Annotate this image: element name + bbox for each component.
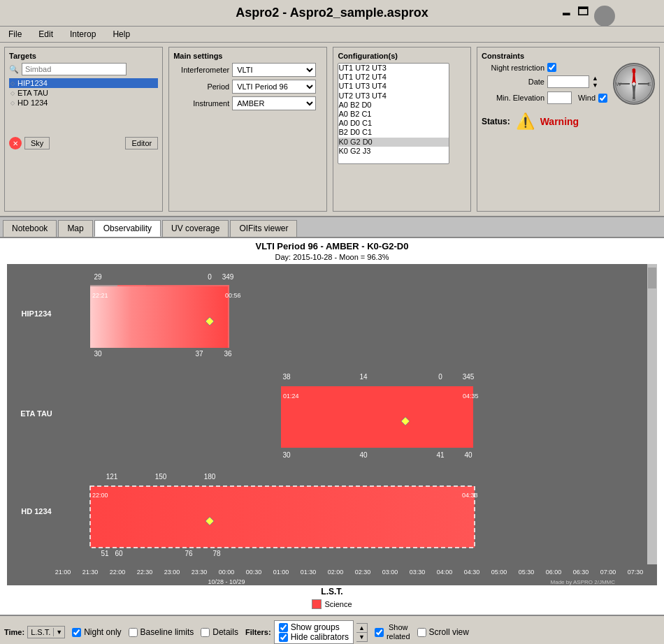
hide-calibrators-checkbox[interactable]: [279, 633, 288, 642]
svg-text:30: 30: [282, 451, 291, 459]
svg-text:22:21: 22:21: [92, 292, 108, 299]
configuration-list[interactable]: UT1 UT2 UT3 UT1 UT2 UT4 UT1 UT3 UT4 UT2 …: [338, 63, 449, 164]
details-checkbox[interactable]: [201, 628, 210, 637]
svg-text:02:30: 02:30: [355, 569, 371, 576]
tab-oifits-viewer[interactable]: OIFits viewer: [230, 220, 297, 237]
svg-text:22:00: 22:00: [110, 569, 126, 576]
period-select[interactable]: VLTI Period 96: [232, 80, 316, 94]
simbad-search-input[interactable]: [22, 63, 127, 75]
maximize-icon[interactable]: 🗖: [577, 6, 589, 27]
svg-text:06:00: 06:00: [546, 569, 562, 576]
minimize-icon[interactable]: 🗕: [561, 6, 572, 27]
svg-text:00:56: 00:56: [225, 292, 241, 299]
svg-text:01:24: 01:24: [283, 393, 299, 400]
sky-button[interactable]: Sky: [24, 137, 50, 149]
svg-rect-104: [647, 264, 657, 564]
svg-text:14: 14: [359, 373, 368, 381]
min-elevation-input[interactable]: 30: [547, 92, 572, 104]
filters-label: Filters:: [245, 628, 271, 636]
instrument-label: Instrument: [173, 99, 229, 108]
tab-observability[interactable]: Observability: [94, 220, 161, 237]
science-legend-box: [312, 599, 322, 609]
targets-label: Targets: [9, 52, 158, 60]
svg-text:21:30: 21:30: [82, 569, 99, 576]
menu-interop[interactable]: Interop: [67, 28, 99, 41]
svg-text:150: 150: [155, 473, 167, 481]
compass: N S W E: [613, 63, 655, 105]
tab-map[interactable]: Map: [58, 220, 92, 237]
svg-text:HD 1234: HD 1234: [21, 507, 52, 515]
target-item-hip1234[interactable]: ◇ HIP1234: [9, 78, 158, 88]
night-restriction-checkbox[interactable]: [547, 63, 556, 72]
baseline-limits-checkbox[interactable]: [129, 628, 138, 637]
show-related-checkbox[interactable]: [375, 628, 384, 637]
show-groups-row: Show groups: [279, 622, 349, 632]
min-elevation-label: Min. Elevation: [482, 94, 544, 102]
user-icon[interactable]: [594, 6, 615, 27]
filters-scroll-down[interactable]: ▼: [356, 633, 367, 641]
configurations-label: Configuration(s): [338, 52, 466, 60]
night-only-label: Night only: [84, 627, 121, 637]
target-name-hip1234: HIP1234: [17, 79, 48, 87]
observability-chart: HIP1234 ETA TAU HD 1234: [7, 264, 657, 585]
svg-text:345: 345: [463, 373, 475, 381]
svg-text:ETA TAU: ETA TAU: [20, 409, 52, 418]
scroll-view-checkbox[interactable]: [417, 628, 426, 637]
target-name-hd1234: HD 1234: [17, 98, 48, 107]
time-group: Time: L.S.T. ▼: [4, 626, 65, 638]
svg-text:40: 40: [359, 451, 368, 459]
svg-text:04:00: 04:00: [437, 569, 453, 576]
constraints-panel: Constraints Night restriction Date 2015/…: [477, 47, 660, 212]
filters-scroll-buttons: ▲ ▼: [356, 623, 368, 642]
main-settings-label: Main settings: [173, 52, 322, 60]
menu-edit[interactable]: Edit: [36, 28, 56, 41]
time-dropdown-arrow[interactable]: ▼: [53, 628, 64, 636]
show-groups-label: Show groups: [291, 622, 340, 632]
svg-text:Made by ASPRO 2/JMMC: Made by ASPRO 2/JMMC: [551, 579, 616, 585]
menu-help[interactable]: Help: [110, 28, 133, 41]
show-related-label: Showrelated: [387, 623, 410, 641]
search-icon: 🔍: [9, 65, 19, 74]
science-legend-label: Science: [324, 600, 352, 608]
svg-text:04:35: 04:35: [463, 393, 479, 400]
svg-rect-105: [648, 268, 656, 288]
interferometer-select[interactable]: VLTI: [232, 63, 316, 77]
svg-text:22:00: 22:00: [92, 492, 108, 499]
menu-file[interactable]: File: [6, 28, 24, 41]
chart-title: VLTI Period 96 - AMBER - K0-G2-D0: [6, 241, 658, 251]
target-item-hd1234[interactable]: ◇ HD 1234: [9, 98, 158, 108]
filters-scroll-up[interactable]: ▲: [356, 624, 367, 633]
bottom-controls: Time: L.S.T. ▼ Night only Baseline limit…: [0, 615, 664, 644]
legend-area: Science: [6, 597, 658, 612]
editor-button[interactable]: Editor: [125, 137, 158, 149]
night-only-group: Night only: [72, 627, 121, 637]
main-settings-panel: Main settings Interferometer VLTI Period…: [168, 47, 327, 212]
tab-uv-coverage[interactable]: UV coverage: [162, 220, 229, 237]
svg-text:01:00: 01:00: [273, 569, 289, 576]
delete-target-button[interactable]: ✕: [9, 137, 22, 149]
wind-label: Wind: [575, 94, 596, 102]
target-item-eta-tau[interactable]: ◇ ETA TAU: [9, 88, 158, 98]
show-groups-checkbox[interactable]: [279, 623, 288, 632]
tab-notebook[interactable]: Notebook: [3, 220, 57, 237]
svg-text:40: 40: [464, 451, 472, 459]
time-label: Time:: [4, 628, 24, 636]
svg-text:04:33: 04:33: [462, 492, 478, 499]
svg-text:07:00: 07:00: [600, 569, 616, 576]
svg-text:36: 36: [224, 350, 232, 358]
show-related-group: Showrelated: [375, 623, 410, 641]
svg-text:349: 349: [222, 273, 234, 281]
svg-text:51: 51: [101, 550, 109, 557]
date-spinner-up[interactable]: ▲▼: [592, 75, 598, 89]
configurations-panel: Configuration(s) UT1 UT2 UT3 UT1 UT2 UT4…: [333, 47, 471, 212]
instrument-select[interactable]: AMBER: [232, 96, 316, 110]
night-only-checkbox[interactable]: [72, 628, 81, 637]
wind-checkbox[interactable]: [598, 94, 607, 103]
chart-area: VLTI Period 96 - AMBER - K0-G2-D0 Day: 2…: [0, 238, 664, 615]
svg-rect-45: [90, 286, 228, 348]
svg-rect-67: [90, 486, 475, 548]
chart-subtitle: Day: 2015-10-28 - Moon = 96.3%: [6, 253, 658, 261]
target-diamond-icon: ◇: [10, 100, 15, 106]
date-input[interactable]: 2015/10/28: [547, 75, 589, 88]
night-restriction-label: Night restriction: [482, 64, 544, 72]
